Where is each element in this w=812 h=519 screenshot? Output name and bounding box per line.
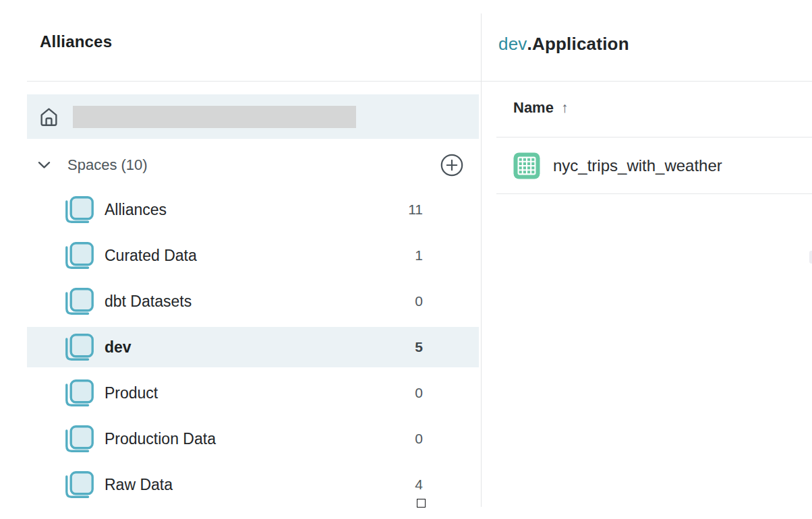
breadcrumb-entity: Application xyxy=(532,34,629,54)
space-dataset-count: 4 xyxy=(395,477,423,493)
dataset-row[interactable]: nyc_trips_with_weather xyxy=(496,138,812,193)
space-name: Curated Data xyxy=(105,247,197,265)
catalog-app: Alliances Spaces (10) Alliances 11 xyxy=(0,0,812,519)
stray-glyph-box xyxy=(417,499,426,508)
space-dataset-count: 0 xyxy=(395,431,423,447)
chevron-down-icon[interactable] xyxy=(38,161,51,169)
breadcrumb-separator: . xyxy=(527,34,532,54)
space-name: dbt Datasets xyxy=(105,293,192,311)
space-row[interactable]: dbt Datasets 0 xyxy=(27,278,479,324)
name-column-header[interactable]: Name ↑ xyxy=(513,99,568,117)
space-row[interactable]: Product 0 xyxy=(27,370,479,416)
page-title: Alliances xyxy=(40,32,112,51)
space-icon xyxy=(65,425,94,452)
space-dataset-count: 0 xyxy=(395,293,423,309)
spaces-section-label: Spaces (10) xyxy=(67,156,148,174)
table-dataset-icon xyxy=(513,152,540,179)
dataset-row-divider xyxy=(496,193,812,194)
spaces-section-header[interactable]: Spaces (10) xyxy=(27,152,479,179)
dataset-name[interactable]: nyc_trips_with_weather xyxy=(553,156,722,175)
space-name: Alliances xyxy=(105,201,167,219)
space-name: Production Data xyxy=(105,430,216,448)
sort-ascending-icon: ↑ xyxy=(561,100,569,116)
space-name: Product xyxy=(105,384,158,402)
space-row[interactable]: Curated Data 1 xyxy=(27,233,479,278)
space-icon xyxy=(65,288,94,315)
space-icon xyxy=(65,379,94,406)
home-icon xyxy=(38,106,59,127)
space-name: Raw Data xyxy=(105,476,173,494)
space-icon xyxy=(65,242,94,269)
space-dataset-count: 1 xyxy=(395,247,423,264)
add-space-button[interactable] xyxy=(440,154,463,177)
right-edge-artifact xyxy=(809,251,812,264)
space-dataset-count: 0 xyxy=(395,385,423,401)
space-row[interactable]: Alliances 11 xyxy=(27,187,479,233)
space-icon xyxy=(65,196,94,223)
space-dataset-count: 11 xyxy=(395,202,423,218)
panel-divider xyxy=(481,13,482,507)
breadcrumb: dev.Application xyxy=(498,34,629,55)
space-icon xyxy=(65,471,94,498)
spaces-list: Alliances 11 Curated Data 1 dbt Datasets… xyxy=(27,187,479,508)
home-breadcrumb-row[interactable] xyxy=(27,94,479,139)
space-row[interactable]: Production Data 0 xyxy=(27,416,479,462)
space-name: dev xyxy=(105,338,132,357)
redacted-text-bar xyxy=(73,106,356,128)
name-column-label: Name xyxy=(513,99,554,117)
header-divider xyxy=(27,81,812,82)
space-icon xyxy=(65,334,94,361)
breadcrumb-space-link[interactable]: dev xyxy=(498,34,527,54)
space-row[interactable]: Raw Data 4 xyxy=(27,462,479,508)
space-dataset-count: 5 xyxy=(395,339,423,355)
space-row[interactable]: dev 5 xyxy=(27,324,479,370)
